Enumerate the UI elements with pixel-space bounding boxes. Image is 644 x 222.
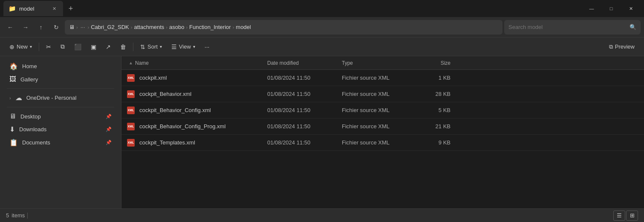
rename-button[interactable]: ▣	[87, 41, 101, 52]
table-row[interactable]: XML cockpit_Behavior_Config.xml 01/08/20…	[121, 102, 644, 118]
sidebar-item-gallery[interactable]: 🖼 Gallery	[3, 73, 118, 86]
delete-button[interactable]: 🗑	[116, 41, 130, 52]
share-icon: ↗	[106, 43, 111, 50]
file-date: 01/08/2024 11:50	[267, 75, 342, 81]
view-button[interactable]: ☰ View ▾	[167, 41, 199, 52]
toolbar-separator-1	[39, 43, 39, 51]
onedrive-icon: ☁	[15, 94, 22, 102]
table-row[interactable]: XML cockpit_Templates.xml 01/08/2024 11:…	[121, 135, 644, 151]
status-separator	[27, 213, 28, 219]
sidebar-item-onedrive[interactable]: › ☁ OneDrive - Personal	[3, 91, 118, 104]
address-dots[interactable]: ···	[80, 24, 86, 30]
table-row[interactable]: XML cockpit.xml 01/08/2024 11:50 Fichier…	[121, 70, 644, 86]
forward-button[interactable]: →	[19, 20, 32, 34]
search-icon: 🔍	[630, 24, 636, 30]
file-name: cockpit.xml	[139, 75, 267, 81]
main-area: 🏠 Home 🖼 Gallery › ☁ OneDrive - Personal…	[0, 56, 644, 208]
view-label: View	[179, 43, 191, 50]
cut-button[interactable]: ✂	[42, 41, 55, 52]
file-name: cockpit_Behavior_Config_Prog.xml	[139, 123, 267, 130]
view-icons: ☰ ⊞	[613, 210, 638, 221]
sidebar-item-documents[interactable]: 📋 Documents 📌	[3, 136, 118, 149]
header-type[interactable]: Type	[342, 60, 416, 66]
address-attachments[interactable]: attachments	[134, 24, 164, 30]
file-type: Fichier source XML	[342, 139, 416, 146]
address-cabri[interactable]: Cabri_G2_SDK	[91, 24, 129, 30]
new-chevron-icon: ▾	[30, 44, 32, 49]
more-icon: ···	[205, 43, 210, 50]
header-name[interactable]: Name	[135, 60, 267, 66]
paste-button[interactable]: ⬛	[70, 41, 86, 52]
search-input[interactable]	[508, 24, 627, 30]
sort-chevron-icon: ▾	[160, 44, 162, 49]
file-date: 01/08/2024 11:50	[267, 139, 342, 146]
sidebar-item-home[interactable]: 🏠 Home	[3, 60, 118, 73]
documents-icon: 📋	[9, 138, 18, 147]
address-model[interactable]: model	[236, 24, 251, 30]
onedrive-chevron-icon: ›	[9, 95, 11, 101]
search-box[interactable]: 🔍	[504, 20, 641, 35]
minimize-button[interactable]: —	[582, 2, 601, 15]
gallery-icon: 🖼	[9, 75, 16, 83]
file-size: 21 KB	[416, 123, 451, 130]
tab-add-button[interactable]: +	[63, 1, 78, 16]
header-expand: ▲	[127, 61, 135, 65]
up-button[interactable]: ↑	[34, 20, 48, 34]
list-view-button[interactable]: ☰	[613, 210, 625, 221]
desktop-pin-icon: 📌	[106, 114, 112, 119]
maximize-button[interactable]: □	[601, 2, 621, 15]
copy-button[interactable]: ⧉	[56, 41, 69, 52]
xml-file-icon: XML	[127, 74, 135, 82]
file-list-header: ▲ Name Date modified Type Size	[121, 56, 644, 70]
file-size: 1 KB	[416, 75, 451, 81]
table-row[interactable]: XML cockpit_Behavior.xml 01/08/2024 11:5…	[121, 86, 644, 102]
file-list: XML cockpit.xml 01/08/2024 11:50 Fichier…	[121, 70, 644, 208]
tab-label: model	[19, 6, 34, 12]
file-type: Fichier source XML	[342, 91, 416, 97]
rename-icon: ▣	[91, 43, 96, 50]
preview-icon: ⧉	[609, 43, 613, 50]
new-button[interactable]: ⊕ New ▾	[5, 41, 36, 52]
items-label: items	[12, 212, 25, 219]
tab-model[interactable]: 📁 model ✕	[3, 1, 63, 16]
file-name: cockpit_Behavior.xml	[139, 91, 267, 97]
nav-bar: ← → ↑ ↻ 🖥 › ··· › Cabri_G2_SDK › attachm…	[0, 17, 644, 37]
sidebar-item-desktop[interactable]: 🖥 Desktop 📌	[3, 110, 118, 123]
cut-icon: ✂	[46, 43, 51, 50]
more-button[interactable]: ···	[200, 41, 214, 52]
table-row[interactable]: XML cockpit_Behavior_Config_Prog.xml 01/…	[121, 118, 644, 135]
view-chevron-icon: ▾	[193, 44, 195, 49]
xml-file-icon: XML	[127, 107, 135, 114]
toolbar: ⊕ New ▾ ✂ ⧉ ⬛ ▣ ↗ 🗑 ⇅ Sort ▾ ☰ View ▾ ··…	[0, 37, 644, 56]
sort-icon: ⇅	[140, 43, 145, 50]
refresh-button[interactable]: ↻	[49, 20, 63, 34]
preview-button[interactable]: ⧉ Preview	[605, 41, 639, 52]
sidebar-item-home-label: Home	[22, 63, 37, 69]
grid-view-button[interactable]: ⊞	[626, 210, 638, 221]
tab-close-button[interactable]: ✕	[51, 5, 58, 12]
header-size[interactable]: Size	[416, 60, 451, 66]
view-icon: ☰	[171, 43, 177, 50]
share-button[interactable]: ↗	[101, 41, 115, 52]
sort-button[interactable]: ⇅ Sort ▾	[136, 41, 166, 52]
paste-icon: ⬛	[74, 43, 81, 50]
header-date[interactable]: Date modified	[267, 60, 342, 66]
address-bar[interactable]: 🖥 › ··· › Cabri_G2_SDK › attachments › a…	[65, 20, 502, 35]
sidebar-item-downloads[interactable]: ⬇ Downloads 📌	[3, 123, 118, 136]
downloads-pin-icon: 📌	[106, 127, 112, 132]
file-name: cockpit_Templates.xml	[139, 139, 267, 146]
new-label: New	[17, 43, 28, 50]
back-button[interactable]: ←	[3, 20, 17, 34]
delete-icon: 🗑	[120, 43, 126, 50]
sidebar-item-gallery-label: Gallery	[20, 76, 38, 83]
address-function-interior[interactable]: Function_Interior	[189, 24, 231, 30]
xml-file-icon: XML	[127, 139, 135, 147]
file-area: ▲ Name Date modified Type Size XML cockp…	[121, 56, 644, 208]
address-asobo[interactable]: asobo	[169, 24, 184, 30]
desktop-icon: 🖥	[9, 112, 16, 120]
file-date: 01/08/2024 11:50	[267, 107, 342, 113]
file-type: Fichier source XML	[342, 123, 416, 130]
file-date: 01/08/2024 11:50	[267, 91, 342, 97]
status-bar: 5 items ☰ ⊞	[0, 208, 644, 222]
close-button[interactable]: ✕	[621, 2, 641, 15]
